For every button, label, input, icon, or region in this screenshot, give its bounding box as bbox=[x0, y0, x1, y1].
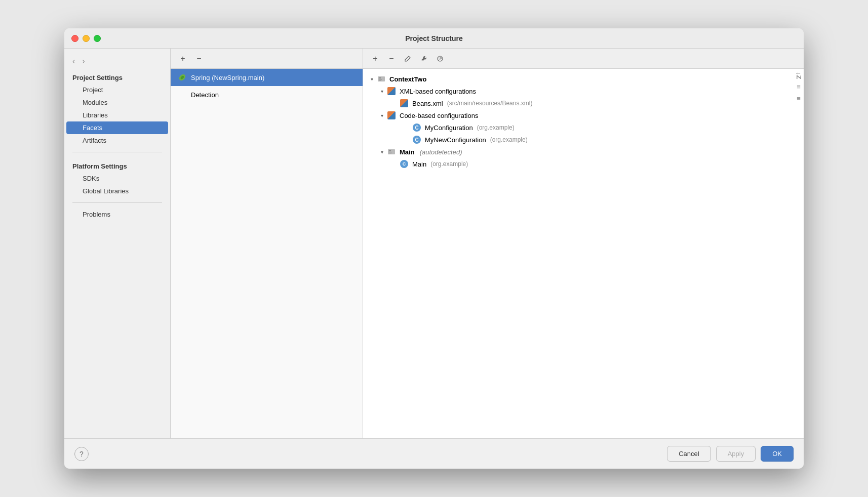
right-toolbar: + − bbox=[363, 49, 804, 69]
chevron-code-configs: ▾ bbox=[378, 113, 385, 118]
titlebar: Project Structure bbox=[64, 28, 804, 49]
chevron-main-autodetected: ▾ bbox=[378, 149, 385, 155]
main-autodetected-label: Main bbox=[400, 148, 415, 156]
list-item-detection-label: Detection bbox=[191, 91, 219, 99]
svg-rect-11 bbox=[389, 153, 391, 153]
right-scroll-tools: ↓Z ≡ ≡ bbox=[794, 69, 804, 438]
my-new-configuration-label: MyNewConfiguration bbox=[425, 136, 486, 144]
sidebar: ‹ › Project Settings Project Modules Lib… bbox=[64, 49, 171, 438]
main-autodetected-italic: (autodetected) bbox=[420, 148, 462, 156]
right-history-button[interactable] bbox=[433, 53, 447, 65]
bottom-bar: ? Cancel Apply OK bbox=[64, 438, 804, 469]
xml-icon-1 bbox=[387, 87, 396, 95]
tree-item-main-autodetected[interactable]: ▾ Main (autodetected) bbox=[363, 146, 804, 158]
tree-item-main-org[interactable]: C Main (org.example) bbox=[363, 158, 804, 170]
sidebar-divider-1 bbox=[72, 152, 162, 152]
config-c-icon-1: C bbox=[413, 123, 421, 132]
tree-item-xml-configs[interactable]: ▾ XML-based configurations bbox=[363, 85, 804, 97]
project-settings-header: Project Settings bbox=[64, 69, 170, 84]
middle-list: Spring (NewSpring.main) Detection bbox=[171, 69, 363, 438]
main-org-sublabel: (org.example) bbox=[430, 160, 468, 168]
middle-add-button[interactable]: + bbox=[176, 53, 190, 65]
sidebar-item-libraries[interactable]: Libraries bbox=[66, 109, 168, 121]
sidebar-item-problems[interactable]: Problems bbox=[66, 208, 168, 221]
sidebar-nav: ‹ › bbox=[64, 54, 170, 69]
close-button[interactable] bbox=[71, 35, 78, 42]
forward-button[interactable]: › bbox=[80, 56, 87, 67]
my-configuration-label: MyConfiguration bbox=[425, 124, 473, 132]
tree-item-my-configuration[interactable]: C MyConfiguration (org.example) bbox=[363, 121, 804, 134]
config-cs-icon: C bbox=[400, 160, 408, 168]
my-new-configuration-sublabel: (org.example) bbox=[490, 136, 528, 143]
config-c-icon-2: C bbox=[413, 136, 421, 144]
right-remove-button[interactable]: − bbox=[384, 53, 399, 65]
platform-settings-header: Platform Settings bbox=[64, 157, 170, 172]
chevron-xml-configs: ▾ bbox=[378, 89, 385, 94]
context-icon-2 bbox=[387, 148, 396, 156]
help-button[interactable]: ? bbox=[74, 447, 89, 461]
code-configs-label: Code-based configurations bbox=[400, 112, 478, 119]
sidebar-item-facets[interactable]: Facets bbox=[66, 121, 168, 134]
spring-icon bbox=[178, 73, 187, 82]
bottom-actions: Cancel Apply OK bbox=[667, 446, 794, 462]
tree-item-my-new-configuration[interactable]: C MyNewConfiguration (org.example) bbox=[363, 134, 804, 146]
list-item-detection[interactable]: Detection bbox=[171, 86, 363, 103]
minimize-button[interactable] bbox=[83, 35, 90, 42]
middle-remove-button[interactable]: − bbox=[192, 53, 206, 65]
maximize-button[interactable] bbox=[94, 35, 101, 42]
sort-up-icon[interactable]: ≡ bbox=[797, 83, 801, 91]
project-structure-window: Project Structure ‹ › Project Settings P… bbox=[64, 28, 804, 469]
xml-icon-3 bbox=[387, 111, 396, 119]
svg-rect-7 bbox=[379, 80, 381, 80]
sidebar-item-artifacts[interactable]: Artifacts bbox=[66, 134, 168, 147]
right-panel: + − bbox=[363, 49, 804, 438]
traffic-lights bbox=[71, 35, 101, 42]
svg-rect-9 bbox=[389, 150, 391, 151]
sidebar-item-project[interactable]: Project bbox=[66, 84, 168, 96]
sidebar-item-global-libraries[interactable]: Global Libraries bbox=[66, 185, 168, 197]
list-item-spring-label: Spring (NewSpring.main) bbox=[191, 74, 264, 81]
chevron-context-two: ▾ bbox=[368, 76, 375, 82]
right-edit-button[interactable] bbox=[401, 53, 415, 65]
right-wrench-button[interactable] bbox=[417, 53, 431, 65]
xml-configs-label: XML-based configurations bbox=[400, 88, 476, 95]
cancel-button[interactable]: Cancel bbox=[667, 446, 711, 462]
beans-xml-sublabel: (src/main/resources/Beans.xml) bbox=[447, 100, 533, 107]
right-add-button[interactable]: + bbox=[368, 53, 382, 65]
sidebar-item-modules[interactable]: Modules bbox=[66, 96, 168, 109]
xml-icon-2 bbox=[400, 99, 408, 107]
svg-point-3 bbox=[440, 56, 443, 59]
main-org-label: Main bbox=[412, 160, 426, 168]
middle-toolbar: + − bbox=[171, 49, 363, 69]
ok-button[interactable]: OK bbox=[761, 446, 794, 462]
svg-rect-6 bbox=[379, 79, 382, 79]
back-button[interactable]: ‹ bbox=[70, 56, 77, 67]
svg-rect-10 bbox=[389, 152, 392, 152]
my-configuration-sublabel: (org.example) bbox=[477, 124, 515, 131]
tree-item-beans-xml[interactable]: Beans.xml (src/main/resources/Beans.xml) bbox=[363, 97, 804, 109]
tree-item-context-two[interactable]: ▾ ContextTwo bbox=[363, 73, 804, 85]
sort-az-icon[interactable]: ↓Z bbox=[795, 72, 803, 79]
context-icon bbox=[377, 75, 385, 83]
list-item-spring[interactable]: Spring (NewSpring.main) bbox=[171, 69, 363, 86]
sort-down-icon[interactable]: ≡ bbox=[797, 95, 801, 102]
beans-xml-label: Beans.xml bbox=[412, 100, 443, 107]
svg-rect-5 bbox=[379, 77, 381, 78]
context-two-label: ContextTwo bbox=[389, 75, 426, 83]
tree-item-code-configs[interactable]: ▾ Code-based configurations bbox=[363, 109, 804, 121]
middle-panel: + − Spring (NewSpring.main) bbox=[171, 49, 363, 438]
right-content: ▾ ContextTwo ▾ XML-base bbox=[363, 69, 804, 438]
window-title: Project Structure bbox=[405, 34, 463, 43]
sidebar-item-sdks[interactable]: SDKs bbox=[66, 172, 168, 185]
apply-button[interactable]: Apply bbox=[716, 446, 756, 462]
sidebar-divider-2 bbox=[72, 202, 162, 203]
detection-icon bbox=[178, 90, 187, 99]
main-content: ‹ › Project Settings Project Modules Lib… bbox=[64, 49, 804, 438]
